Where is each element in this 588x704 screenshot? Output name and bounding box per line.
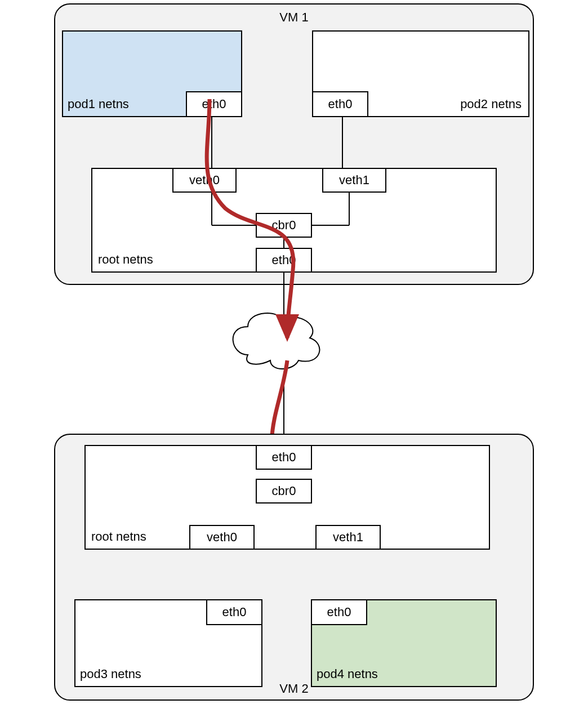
vm1-title: VM 1 <box>279 10 308 25</box>
pod4-eth0: eth0 <box>311 599 367 625</box>
pod2-label: pod2 netns <box>460 97 522 112</box>
vm1-root-label: root netns <box>98 252 153 267</box>
pod4-label: pod4 netns <box>317 667 378 681</box>
network-diagram: VM 1 pod1 netns eth0 pod2 netns eth0 roo… <box>0 0 588 704</box>
vm1-cbr0: cbr0 <box>256 213 312 238</box>
pod3-label: pod3 netns <box>80 667 141 681</box>
vm1-veth1: veth1 <box>322 168 386 193</box>
pod1-eth0: eth0 <box>186 91 242 117</box>
pod3-eth0: eth0 <box>206 599 262 625</box>
cloud-icon <box>233 313 320 369</box>
vm1-veth0: veth0 <box>172 168 237 193</box>
vm2-root-label: root netns <box>91 529 146 544</box>
vm2-title: VM 2 <box>279 681 308 696</box>
pod2-eth0: eth0 <box>312 91 368 117</box>
vm1-eth0: eth0 <box>256 248 312 273</box>
vm2-eth0: eth0 <box>256 445 312 470</box>
vm2-veth0: veth0 <box>189 525 255 550</box>
pod1-label: pod1 netns <box>68 97 129 112</box>
vm2-veth1: veth1 <box>315 525 381 550</box>
vm2-cbr0: cbr0 <box>256 479 312 504</box>
